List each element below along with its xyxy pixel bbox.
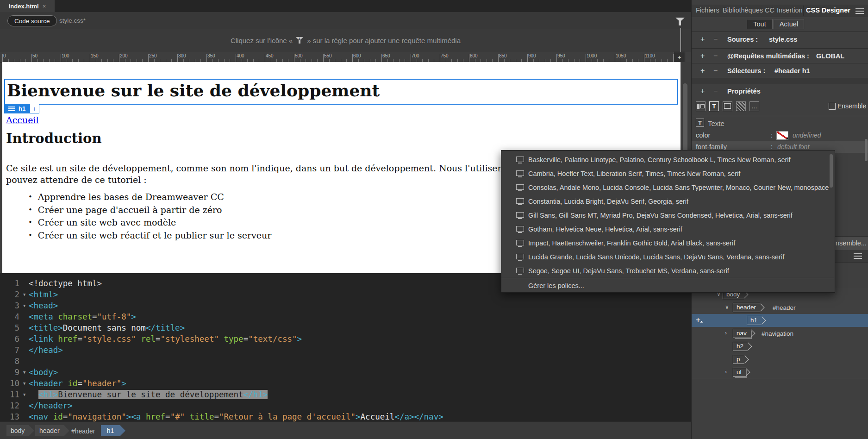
chevron-down-icon[interactable]: ∨ — [725, 304, 729, 310]
dom-tag-chip[interactable]: header — [733, 303, 760, 312]
fold-arrow-icon[interactable]: ▼ — [23, 300, 25, 311]
background-category-icon[interactable] — [736, 101, 746, 111]
font-stack-option[interactable]: Constantia, Lucida Bright, DejaVu Serif,… — [501, 195, 834, 209]
code-line-5[interactable]: 5<title>Document sans nom</title> — [0, 322, 691, 333]
tag-path-body[interactable]: body — [6, 425, 29, 436]
code-view[interactable]: 1<!doctype html>2▼<html>3▼<head>4<meta c… — [0, 273, 691, 421]
tab-label: index.html — [9, 3, 39, 10]
code-source-button[interactable]: Code source — [7, 15, 57, 26]
dom-item-ul[interactable]: ›ul — [692, 366, 868, 379]
font-stack-option[interactable]: Gill Sans, Gill Sans MT, Myriad Pro, Dej… — [501, 209, 834, 223]
section-value[interactable]: style.css — [769, 36, 797, 43]
chevron-right-icon[interactable]: › — [725, 369, 727, 375]
font-stack-label: Lucida Grande, Lucida Sans Unicode, Luci… — [528, 253, 784, 261]
intro-paragraph-line1[interactable]: Ce site est un site de développement, co… — [6, 163, 501, 173]
manage-fonts-item[interactable]: Gérer les polices... — [501, 278, 834, 292]
section-value[interactable]: GLOBAL — [816, 52, 844, 60]
panel-menu-icon[interactable] — [856, 8, 864, 14]
list-item[interactable]: •Apprendre les bases de Dreamweaver CC — [28, 192, 271, 202]
code-line-10[interactable]: 10▼<header id="header"> — [0, 378, 691, 389]
list-item[interactable]: •Créer une page d'accueil à partir de zé… — [28, 205, 271, 215]
accueil-link[interactable]: Accueil — [6, 115, 39, 125]
dom-tag-chip[interactable]: h1 — [747, 316, 762, 325]
element-menu-icon[interactable] — [8, 107, 15, 111]
font-family-property-value[interactable]: default font — [777, 143, 809, 151]
code-line-11[interactable]: 11▼ <h1>Bienvenue sur le site de dévelop… — [0, 389, 691, 400]
color-property-value[interactable]: undefined — [793, 132, 821, 139]
tab-index-html[interactable]: index.html × — [0, 0, 55, 12]
font-stack-option[interactable]: Consolas, Andale Mono, Lucida Console, L… — [501, 181, 834, 195]
code-line-13[interactable]: 13<nav id="navigation"><a href="#" title… — [0, 411, 691, 422]
tab-close-icon[interactable]: × — [43, 3, 46, 10]
fold-arrow-icon[interactable]: ▼ — [23, 389, 25, 400]
panel-tab-insertion[interactable]: Insertion — [777, 6, 803, 14]
add-class-button[interactable]: + — [30, 104, 39, 113]
dom-item-h2[interactable]: h2 — [692, 340, 868, 353]
panel-tab-biblioth-ques-cc[interactable]: Bibliothèques CC — [723, 6, 774, 14]
chevron-right-icon[interactable]: › — [725, 330, 727, 336]
dom-tag-chip[interactable]: nav — [733, 329, 751, 338]
font-stack-option[interactable]: Cambria, Hoefler Text, Liberation Serif,… — [501, 167, 834, 181]
dom-add-element-icon[interactable]: + — [696, 315, 700, 325]
color-property-row[interactable]: color : undefined — [692, 130, 868, 141]
layout-category-icon[interactable] — [696, 101, 706, 111]
font-stack-option[interactable]: Gotham, Helvetica Neue, Helvetica, Arial… — [501, 223, 834, 237]
add-icon[interactable]: + — [700, 35, 705, 44]
tout-button[interactable]: Tout — [747, 19, 773, 29]
actuel-button[interactable]: Actuel — [774, 19, 804, 29]
code-line-6[interactable]: 6<link href="style.css" rel="stylesheet"… — [0, 333, 691, 345]
add-media-query-button[interactable]: + — [674, 52, 685, 63]
dom-tag-chip[interactable]: p — [733, 355, 744, 364]
font-stack-option[interactable]: Lucida Grande, Lucida Sans Unicode, Luci… — [501, 251, 834, 264]
ruler-label: 150 — [91, 53, 99, 58]
filter-funnel-icon[interactable] — [675, 18, 685, 28]
dropdown-scrollbar-thumb[interactable] — [830, 154, 833, 188]
remove-icon[interactable]: − — [713, 52, 718, 60]
fold-arrow-icon[interactable]: ▼ — [23, 378, 25, 389]
panel-scrollbar-thumb[interactable] — [865, 139, 868, 161]
introduction-heading[interactable]: Introduction — [6, 131, 102, 146]
code-line-4[interactable]: 4<meta charset="utf-8"> — [0, 311, 691, 322]
font-stack-option[interactable]: Segoe, Segoe UI, DejaVu Sans, Trebuchet … — [501, 264, 834, 278]
font-stack-option[interactable]: Impact, Haettenschweiler, Franklin Gothi… — [501, 237, 834, 251]
fold-arrow-icon[interactable]: ▼ — [23, 289, 25, 300]
panel-tab-fichiers[interactable]: Fichiers — [696, 6, 719, 14]
list-item[interactable]: •Créer un site web avec modèle — [28, 217, 271, 228]
border-category-icon[interactable] — [723, 101, 732, 111]
font-stack-option[interactable]: Baskerville, Palatino Linotype, Palatino… — [501, 153, 834, 167]
intro-paragraph-line2[interactable]: pouvez attendre de ce tutoriel : — [6, 175, 147, 185]
ensemble-checkbox[interactable] — [829, 103, 836, 110]
more-category-icon[interactable]: … — [749, 101, 759, 111]
add-icon[interactable]: + — [700, 87, 705, 95]
fold-arrow-icon[interactable]: ▼ — [23, 367, 25, 378]
dom-item-p[interactable]: p — [692, 353, 868, 366]
tag-path-h1[interactable]: h1 — [101, 425, 120, 436]
code-line-12[interactable]: 12</header> — [0, 400, 691, 411]
panel-tab-css-designer[interactable]: CSS Designer — [806, 6, 850, 14]
code-line-3[interactable]: 3▼<head> — [0, 300, 691, 311]
dom-tag-chip[interactable]: ul — [733, 368, 746, 377]
line-number: 7 — [0, 345, 19, 356]
element-tag-label[interactable]: h1 — [19, 105, 25, 112]
remove-icon[interactable]: − — [713, 35, 718, 44]
related-file-style-css[interactable]: style.css* — [59, 17, 86, 24]
add-icon[interactable]: + — [700, 52, 705, 60]
remove-icon[interactable]: − — [713, 87, 718, 95]
page-heading[interactable]: Bienvenue sur le site de développement — [7, 81, 380, 100]
section-value[interactable]: #header h1 — [774, 67, 810, 75]
dom-item-nav[interactable]: ›nav#navigation — [692, 327, 868, 340]
color-swatch[interactable] — [776, 131, 788, 140]
dom-item-h1[interactable]: +h1 — [692, 314, 868, 327]
code-line-9[interactable]: 9▼<body> — [0, 367, 691, 378]
dom-panel-menu-icon[interactable] — [854, 253, 862, 259]
code-line-7[interactable]: 7</head> — [0, 345, 691, 356]
text-category-icon[interactable]: T — [709, 101, 719, 111]
add-icon[interactable]: + — [700, 67, 705, 75]
tag-path-header[interactable]: header — [35, 425, 64, 436]
tag-path-header[interactable]: #header — [71, 427, 95, 435]
code-line-8[interactable]: 8 — [0, 356, 691, 367]
list-item[interactable]: •Créer un site web réactif et le publier… — [28, 230, 271, 241]
dom-item-header[interactable]: ∨header#header — [692, 301, 868, 314]
dom-tag-chip[interactable]: h2 — [733, 342, 748, 351]
remove-icon[interactable]: − — [713, 67, 718, 75]
